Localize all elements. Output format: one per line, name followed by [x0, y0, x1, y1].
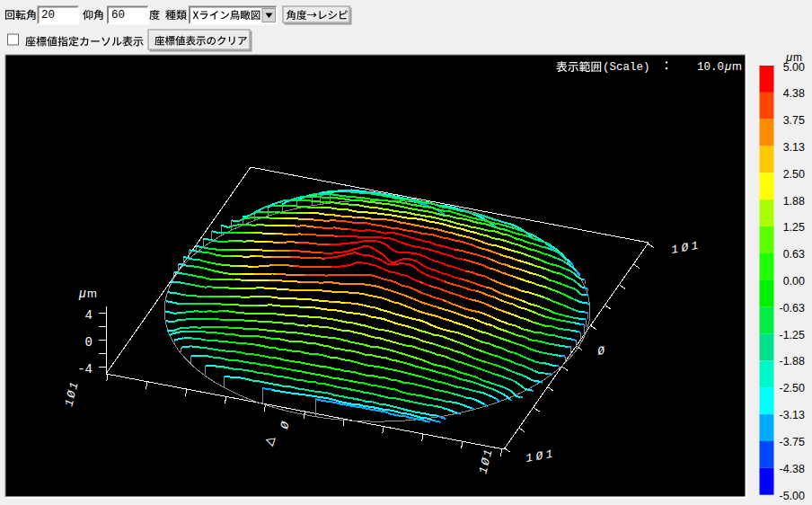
- svg-text:1.88: 1.88: [783, 195, 805, 208]
- svg-text:2.50: 2.50: [783, 168, 805, 181]
- svg-text:1.25: 1.25: [783, 221, 805, 234]
- svg-text:-3.13: -3.13: [780, 409, 806, 421]
- svg-text:μ: μ: [78, 286, 86, 300]
- svg-text:20: 20: [41, 9, 55, 22]
- svg-text:-3.75: -3.75: [780, 436, 806, 448]
- svg-text:-2.50: -2.50: [780, 382, 806, 394]
- svg-text:0: 0: [85, 335, 93, 350]
- svg-text:m: m: [87, 287, 97, 300]
- svg-text:-5.00: -5.00: [780, 490, 806, 502]
- svg-text:5.00: 5.00: [783, 61, 805, 74]
- svg-text:(Scale): (Scale): [603, 61, 650, 74]
- svg-text:10.0: 10.0: [697, 61, 724, 74]
- svg-text:0.63: 0.63: [783, 248, 805, 261]
- svg-text:-4.38: -4.38: [780, 463, 806, 475]
- svg-text:m: m: [732, 59, 742, 73]
- svg-text:4.38: 4.38: [783, 87, 805, 100]
- svg-text:60: 60: [111, 9, 125, 22]
- svg-text:Ø: Ø: [596, 343, 609, 359]
- svg-text:-0.63: -0.63: [780, 302, 806, 315]
- svg-text:3.13: 3.13: [783, 141, 805, 154]
- svg-text:3.75: 3.75: [783, 114, 805, 127]
- svg-text:-1.88: -1.88: [780, 355, 806, 368]
- svg-text:μ: μ: [724, 59, 731, 73]
- svg-text:0.00: 0.00: [783, 275, 805, 288]
- svg-text:-4: -4: [77, 362, 93, 377]
- svg-text:-1.25: -1.25: [780, 329, 806, 341]
- svg-text:4: 4: [85, 308, 93, 323]
